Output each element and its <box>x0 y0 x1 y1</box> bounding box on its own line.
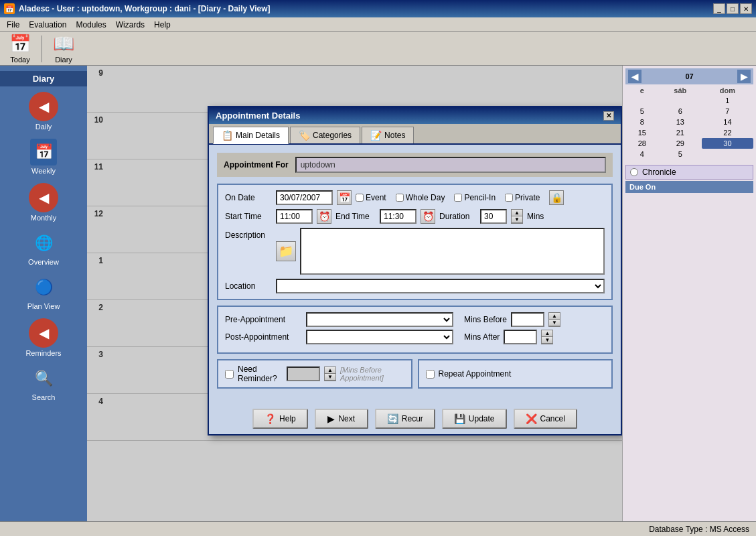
event-checkbox[interactable] <box>356 194 364 202</box>
description-icon-button[interactable]: 📁 <box>276 241 296 261</box>
end-time-input[interactable] <box>380 209 417 224</box>
cal-cell-today[interactable]: 30 <box>702 138 753 149</box>
need-reminder-checkbox[interactable] <box>225 370 234 379</box>
sidebar-item-daily[interactable]: ◀ Daily <box>7 89 80 133</box>
appointment-for-input[interactable] <box>295 157 606 173</box>
duration-up-button[interactable]: ▲ <box>512 210 522 216</box>
cal-cell[interactable]: 1 <box>702 95 753 106</box>
location-row: Location <box>225 279 605 293</box>
cal-header-sab: sáb <box>659 86 702 95</box>
cal-cell[interactable] <box>659 95 702 106</box>
next-label: Next <box>338 414 355 423</box>
cancel-label: Cancel <box>540 414 565 423</box>
cal-cell[interactable]: 15 <box>625 127 659 138</box>
menu-wizards[interactable]: Wizards <box>112 19 149 31</box>
event-checkbox-label[interactable]: Event <box>356 193 386 202</box>
whole-day-checkbox-label[interactable]: Whole Day <box>396 193 445 202</box>
pencil-in-checkbox[interactable] <box>454 194 462 202</box>
tab-notes[interactable]: 📝 Notes <box>362 127 414 143</box>
recur-button[interactable]: 🔄 Recur <box>375 409 435 429</box>
private-checkbox[interactable] <box>505 194 513 202</box>
dialog-close-button[interactable]: ✕ <box>603 111 614 121</box>
cal-cell[interactable]: 13 <box>659 117 702 127</box>
reminder-spinner[interactable]: ▲ ▼ <box>324 366 336 381</box>
update-button[interactable]: 💾 Update <box>442 409 507 429</box>
cancel-button[interactable]: ❌ Cancel <box>514 409 577 429</box>
close-button[interactable]: ✕ <box>740 3 752 14</box>
cal-row-3: 8 13 14 <box>625 117 753 127</box>
sidebar-item-monthly[interactable]: ◀ Monthly <box>7 180 80 224</box>
tab-categories[interactable]: 🏷️ Categories <box>290 127 360 143</box>
cal-cell[interactable]: 21 <box>659 127 702 138</box>
right-panel: ◀ 07 ▶ e sáb dom 1 5 6 <box>622 66 756 536</box>
mins-before-down-button[interactable]: ▼ <box>549 320 560 326</box>
tab-main-details[interactable]: 📋 Main Details <box>213 127 289 144</box>
pre-appointment-select[interactable] <box>306 312 453 327</box>
menu-evaluation[interactable]: Evaluation <box>25 19 70 31</box>
start-time-label: Start Time <box>225 212 272 221</box>
end-time-picker-button[interactable]: ⏰ <box>421 209 435 224</box>
monthly-icon: ◀ <box>29 183 58 212</box>
cal-prev-button[interactable]: ◀ <box>628 70 641 83</box>
description-textarea[interactable] <box>300 228 605 275</box>
whole-day-checkbox[interactable] <box>396 194 404 202</box>
menu-modules[interactable]: Modules <box>72 19 110 31</box>
cal-cell[interactable]: 7 <box>702 106 753 117</box>
end-time-label: End Time <box>335 212 376 221</box>
sidebar-item-weekly[interactable]: 📅 Weekly <box>7 136 80 178</box>
cal-cell[interactable]: 4 <box>625 149 659 159</box>
sidebar-item-overview[interactable]: 🌐 Overview <box>7 227 80 269</box>
cal-cell[interactable]: 28 <box>625 138 659 149</box>
mins-after-down-button[interactable]: ▼ <box>542 337 552 344</box>
cal-cell[interactable]: 22 <box>702 127 753 138</box>
menu-file[interactable]: File <box>3 19 23 31</box>
next-button[interactable]: ▶ Next <box>315 409 368 429</box>
minimize-button[interactable]: _ <box>713 3 725 14</box>
sidebar-item-search[interactable]: 🔍 Search <box>7 362 80 404</box>
update-icon: 💾 <box>454 413 465 424</box>
help-label: Help <box>279 414 296 423</box>
repeat-appointment-checkbox[interactable] <box>426 370 435 379</box>
pencil-in-label: Pencil-In <box>464 193 496 202</box>
cal-cell[interactable] <box>702 149 753 159</box>
mins-before-input[interactable] <box>511 312 544 327</box>
duration-input[interactable] <box>480 209 507 224</box>
mins-after-input[interactable] <box>504 330 537 344</box>
maximize-button[interactable]: □ <box>727 3 739 14</box>
post-appointment-select[interactable] <box>306 330 453 344</box>
mins-after-up-button[interactable]: ▲ <box>542 330 552 337</box>
chronicle-radio[interactable] <box>630 168 638 176</box>
reminder-mins-input[interactable] <box>287 366 320 381</box>
cal-cell[interactable]: 5 <box>625 106 659 117</box>
sidebar-item-reminders[interactable]: ◀ Reminders <box>7 316 80 360</box>
duration-spinner[interactable]: ▲ ▼ <box>511 209 523 224</box>
toolbar-diary-button[interactable]: 📖 Diary <box>48 31 80 66</box>
help-button[interactable]: ❓ Help <box>252 409 308 429</box>
cal-cell[interactable] <box>625 95 659 106</box>
status-bar: Database Type : MS Access <box>0 521 756 536</box>
mins-after-spinner[interactable]: ▲ ▼ <box>541 330 553 344</box>
cal-cell[interactable]: 8 <box>625 117 659 127</box>
on-date-input[interactable] <box>276 190 333 205</box>
cal-cell[interactable]: 29 <box>659 138 702 149</box>
cal-cell[interactable]: 6 <box>659 106 702 117</box>
calendar-picker-button[interactable]: 📅 <box>337 190 352 205</box>
appointment-dialog: Appointment Details ✕ 📋 Main Details 🏷️ … <box>208 106 622 436</box>
reminder-down-button[interactable]: ▼ <box>325 374 335 381</box>
toolbar-today-button[interactable]: 📅 Today <box>4 31 36 66</box>
mins-before-up-button[interactable]: ▲ <box>549 313 560 320</box>
sidebar-item-planview[interactable]: 🔵 Plan View <box>7 271 80 313</box>
menu-help[interactable]: Help <box>150 19 175 31</box>
start-time-picker-button[interactable]: ⏰ <box>317 209 331 224</box>
start-time-input[interactable] <box>276 209 313 224</box>
cal-cell[interactable]: 14 <box>702 117 753 127</box>
private-checkbox-label[interactable]: Private <box>505 193 540 202</box>
pencil-in-checkbox-label[interactable]: Pencil-In <box>454 193 496 202</box>
mins-before-spinner[interactable]: ▲ ▼ <box>548 312 560 327</box>
cal-month-year: 07 <box>685 72 693 80</box>
duration-down-button[interactable]: ▼ <box>512 216 522 223</box>
cal-next-button[interactable]: ▶ <box>737 70 751 83</box>
cal-cell[interactable]: 5 <box>659 149 702 159</box>
reminder-up-button[interactable]: ▲ <box>325 367 335 374</box>
location-select[interactable] <box>276 279 605 293</box>
